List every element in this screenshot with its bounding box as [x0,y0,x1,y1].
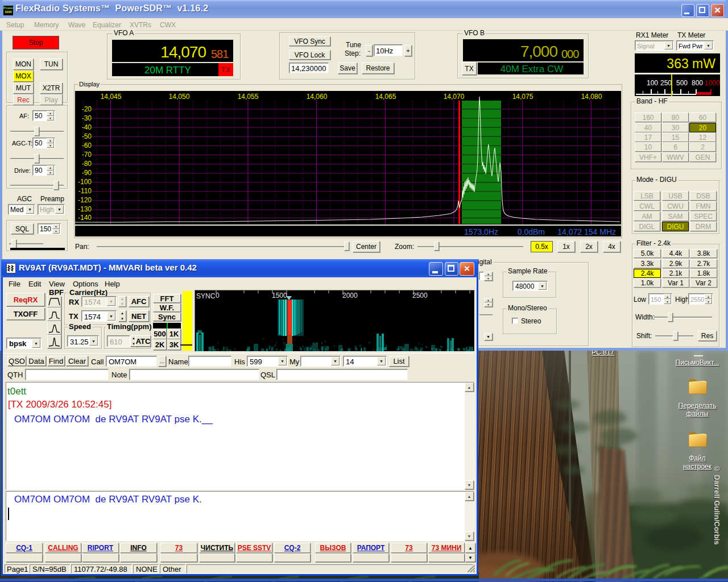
svg-text:-60: -60 [82,142,92,149]
svg-text:2000: 2000 [342,292,358,300]
svg-text:14,050: 14,050 [169,93,190,101]
svg-text:1500: 1500 [272,292,287,300]
svg-text:14,060: 14,060 [307,93,328,101]
svg-text:-100: -100 [78,178,92,186]
svg-text:-80: -80 [82,160,92,168]
svg-text:SYNC: SYNC [196,292,216,300]
svg-text:-120: -120 [78,196,92,204]
svg-text:-70: -70 [82,151,92,159]
svg-text:14,045: 14,045 [101,93,122,101]
svg-text:-130: -130 [78,205,92,213]
svg-text:14,065: 14,065 [375,93,396,101]
svg-text:-90: -90 [82,169,92,177]
svg-text:-20: -20 [82,105,92,113]
svg-text:-140: -140 [78,214,92,222]
svg-text:14,070: 14,070 [444,93,465,101]
svg-text:14,075: 14,075 [512,93,533,101]
svg-text:-110: -110 [78,187,92,195]
svg-text:-50: -50 [82,132,92,140]
svg-text:14,055: 14,055 [238,93,259,101]
svg-text:-40: -40 [82,123,92,131]
svg-text:2500: 2500 [412,292,428,300]
svg-text:-30: -30 [82,114,92,122]
svg-text:14,080: 14,080 [581,93,602,101]
